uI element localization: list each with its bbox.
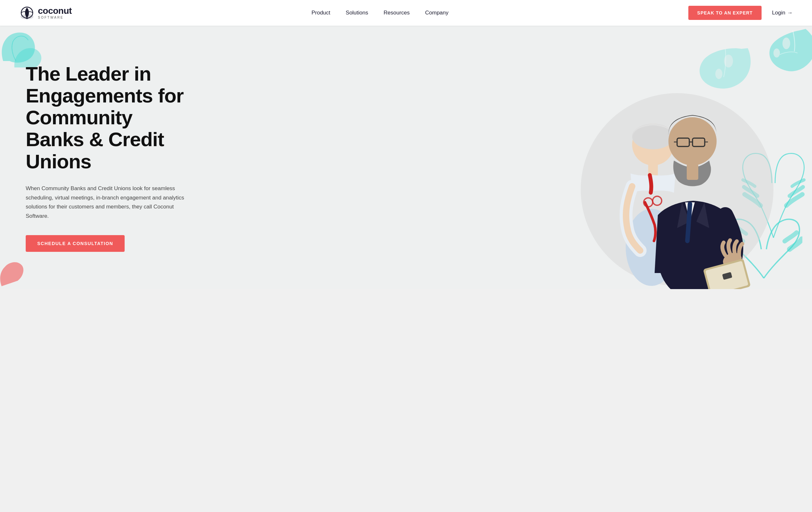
nav-link-solutions[interactable]: Solutions [346,10,368,16]
login-label: Login [772,10,785,16]
nav-right: SPEAK TO AN EXPERT Login → [688,6,793,20]
hero-content: The Leader in Engagements for Community … [0,63,193,252]
nav-item-solutions[interactable]: Solutions [346,10,368,16]
login-link[interactable]: Login → [772,10,793,16]
hero-title: The Leader in Engagements for Community … [26,63,193,172]
navbar: coconut SOFTWARE Product Solutions Resou… [0,0,812,26]
hero-section: The Leader in Engagements for Community … [0,26,812,289]
speak-to-expert-button[interactable]: SPEAK TO AN EXPERT [688,6,762,20]
logo-text: coconut SOFTWARE [38,6,71,19]
nav-item-product[interactable]: Product [312,10,330,16]
decorative-leaf-bottom-left [0,256,26,289]
logo-name: coconut [38,6,71,16]
nav-link-product[interactable]: Product [312,10,330,16]
svg-point-1 [782,37,790,49]
nav-item-company[interactable]: Company [425,10,449,16]
nav-link-company[interactable]: Company [425,10,449,16]
hero-image [568,48,786,289]
login-arrow: → [787,10,793,16]
hero-description: When Community Banks and Credit Unions l… [26,184,186,221]
svg-rect-19 [687,164,698,180]
nav-link-resources[interactable]: Resources [383,10,409,16]
schedule-consultation-button[interactable]: SCHEDULE A CONSULTATION [26,235,125,252]
logo[interactable]: coconut SOFTWARE [19,6,71,19]
nav-menu: Product Solutions Resources Company [312,10,449,16]
hero-illustration [568,48,786,289]
logo-icon [19,6,35,19]
nav-item-resources[interactable]: Resources [383,10,409,16]
logo-subtitle: SOFTWARE [38,16,71,19]
